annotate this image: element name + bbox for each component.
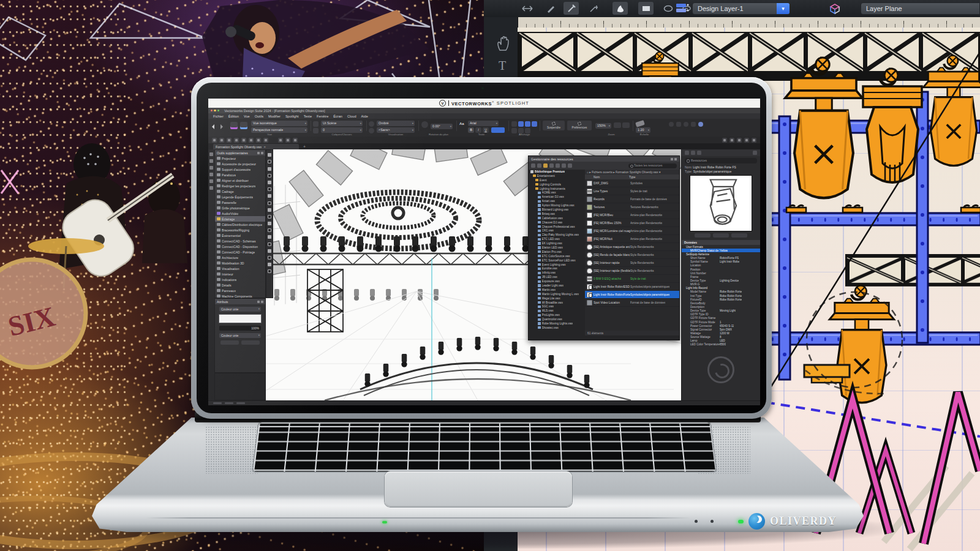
tool-set-item[interactable]: ConnectCAD - Pointage [215,249,265,255]
forward-icon[interactable] [568,163,572,168]
favorites-icon[interactable] [543,163,548,168]
fit-view-icon[interactable] [614,122,621,128]
render-mode-icon[interactable] [369,121,374,127]
function-key-row[interactable] [258,422,710,427]
text-tool-icon[interactable]: T [499,59,506,73]
resource-tree-item[interactable]: Mega Lite.vwx [529,296,585,301]
data-row[interactable]: LED Color Temperature 6500 [682,343,760,347]
resource-row[interactable]: [SE] Intérieur rapide Style Renderworks [585,259,679,267]
tool-icon[interactable] [268,263,271,266]
tool-set-item[interactable]: Rediriger les projecteurs [215,183,265,189]
resource-tree-item[interactable]: Leader Light.vwx [529,283,585,288]
tool-set-item[interactable]: Parafocus [215,172,265,178]
gear-icon[interactable] [669,122,674,127]
tool-set-item[interactable]: Passerelle [215,200,265,205]
tool-sets-header[interactable]: Outils supplémentaires [215,150,265,156]
bold-button[interactable]: B [468,127,474,133]
fill-color-swatch[interactable] [219,314,262,323]
tool-set-item[interactable]: Intérieur [215,271,265,277]
resource-tree-item[interactable]: CKC.vwx [529,228,585,233]
fill-tool-icon[interactable] [612,2,628,15]
resource-tree-item[interactable]: Cablefusion.vwx [529,216,585,220]
line-weight-select[interactable] [221,340,239,345]
tool-set-item[interactable]: Support d'accessoire [215,167,265,172]
font-select[interactable]: Arial [468,121,499,126]
resource-tree-item[interactable]: Ayrton Moving Lights.vwx [529,203,585,208]
italic-button[interactable]: I [475,127,481,133]
resource-tree-item[interactable]: Briteq.vwx [529,212,585,216]
zoom-field[interactable]: 150% [595,123,611,129]
layer-plane-cube-icon[interactable] [827,2,843,15]
text-color-swatch[interactable] [491,127,505,133]
data-row[interactable]: Light Info Record [682,287,760,290]
view-select[interactable]: Vue isométrique [251,121,307,126]
class-select[interactable]: 0 [321,127,363,133]
tool-set-item[interactable]: Modélisation 3D [215,260,265,266]
resource-row[interactable]: [SE] Artistique maquette architecturale … [585,243,679,251]
resource-tree-item[interactable]: ProLights.vwx [529,313,585,317]
plan-rotation-dial-icon[interactable] [421,121,428,128]
design-layer-select[interactable]: Design Layer-1 ▾ [692,2,790,15]
zoom-window-icon[interactable] [217,110,219,111]
resource-tree-item[interactable]: Elation LED.vwx [529,246,585,250]
resource-tree-item[interactable]: Event [529,178,585,182]
pan-hand-icon[interactable] [496,36,511,51]
resource-tree-item[interactable]: SGC.vwx [529,305,585,309]
scale-field[interactable]: 1:20 [636,127,650,133]
attributes-header[interactable]: Attributs [215,299,265,304]
resource-row[interactable]: Light Instr Robe Robin/Forte FS Symboles… [585,291,679,299]
tool-set-item[interactable]: Grille photométrique [215,205,265,211]
tool-icon[interactable] [268,228,271,232]
resource-row[interactable]: Line Types Styles de trait [585,187,679,195]
underline-button[interactable]: U [483,127,489,133]
resource-tree-item[interactable]: Bibliothèque Premium [529,170,585,174]
menu-item[interactable]: Fenêtre [317,114,328,118]
resource-tree-item[interactable]: Event Lighting.vwx [529,263,585,267]
pan-arrows-icon[interactable] [519,2,535,15]
resource-tree-item[interactable]: ETC SourceFour LED.vwx [529,258,585,263]
tool-set-item[interactable]: Événementiel [215,233,265,238]
render-tab-icon[interactable] [697,151,701,155]
cloud-icon[interactable] [549,163,554,168]
tool-set-item[interactable]: Visualisation [215,266,265,271]
resource-tree-item[interactable]: Robe Moving Lights.vwx [529,321,585,326]
stroke-style-select[interactable]: Couleur unie [219,333,261,338]
menu-item[interactable]: Outils [255,114,263,118]
oip-search-input[interactable]: Ressources [685,158,757,163]
resource-tree-item[interactable]: Lighting Controls [529,182,585,187]
resource-row[interactable]: [FE] MCR/Nuit Arrière-plan Renderworks [585,235,679,243]
resource-tree-item[interactable]: Blizzard Lighting.vwx [529,208,585,212]
mini-select[interactable] [713,233,729,238]
tool-icon[interactable] [268,174,271,178]
resource-tree-item[interactable]: Elation Pro.vwx [529,250,585,254]
resource-tree-item[interactable]: Antari.vwx [529,199,585,203]
document-tab[interactable]: Formation Spotlight Oliverdy.vwx × [213,144,299,149]
tool-icon[interactable] [268,235,271,239]
menu-icon[interactable] [753,151,757,155]
tool-icon[interactable] [268,222,271,225]
resource-row[interactable]: Light Instr Robe Robin/ESD Profile Symbo… [585,283,679,291]
tool-icon[interactable] [268,249,271,253]
folder-icon[interactable] [537,163,541,168]
menu-item[interactable]: Vue [244,114,250,118]
data-row[interactable]: SetEquip Aérienne [682,252,760,256]
layer-select[interactable]: Ut Scène [321,121,363,126]
resource-tree-item[interactable]: MI Broadlite.vwx [529,301,585,305]
tool-set-item[interactable]: Aligner et distribuer [215,178,265,183]
tool-icon[interactable] [268,269,271,273]
tool-set-item[interactable]: Câbles/Distribution électrique [215,222,265,227]
shape-tab-icon[interactable] [685,151,689,155]
menu-item[interactable]: Modifier [268,114,281,118]
tool-set-item[interactable]: Accessoire de projecteur [215,161,265,167]
menu-item[interactable]: Spotlight [285,114,299,118]
trackpad[interactable] [385,471,572,507]
tool-set-item[interactable]: Projecteur [215,156,265,161]
menu-item[interactable]: Cloud [347,114,356,118]
tool-icon[interactable] [268,256,271,260]
resource-tree-item[interactable]: Exposure.vwx [529,279,585,283]
menu-item[interactable]: Fichier [213,114,224,118]
projection-select[interactable]: Perspective normale [251,127,307,133]
home-icon[interactable] [676,122,681,127]
tool-set-item[interactable]: ConnectCAD - Disposition [215,244,265,249]
mini-select[interactable] [731,233,747,238]
